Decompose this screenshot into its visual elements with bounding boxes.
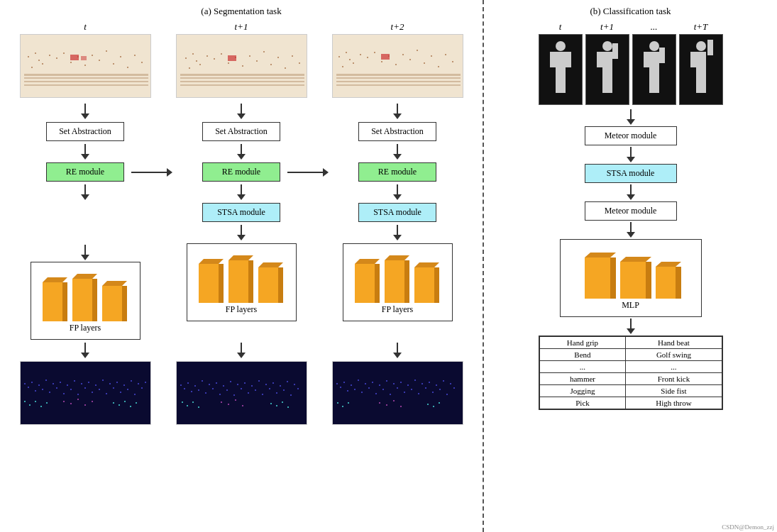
svg-rect-165 [216, 382, 217, 384]
svg-rect-27 [185, 57, 187, 59]
svg-rect-172 [241, 388, 242, 389]
svg-rect-52 [338, 56, 340, 57]
svg-rect-71 [336, 74, 461, 76]
svg-rect-245 [439, 402, 440, 404]
svg-rect-247 [556, 52, 566, 73]
svg-rect-84 [122, 286, 127, 321]
svg-rect-12 [92, 55, 93, 56]
cls-time-1: t+1 [585, 21, 629, 33]
svg-rect-94 [355, 264, 375, 303]
arrow-0 [81, 104, 89, 119]
table-row: Pick High throw [539, 397, 722, 409]
svg-rect-46 [180, 74, 304, 76]
svg-rect-9 [70, 62, 72, 63]
svg-rect-49 [180, 84, 304, 86]
svg-rect-67 [431, 55, 432, 57]
svg-rect-193 [182, 401, 183, 403]
meteor-module-1: Meteor module [585, 126, 677, 145]
svg-marker-274 [620, 257, 651, 262]
svg-rect-149 [113, 402, 114, 404]
svg-rect-147 [40, 406, 42, 407]
table-cell: ... [539, 361, 626, 373]
svg-rect-85 [199, 264, 219, 303]
table-row: Jogging Side fist [539, 385, 722, 397]
table-cell: ... [626, 361, 722, 373]
svg-rect-41 [270, 64, 272, 65]
svg-marker-92 [258, 262, 283, 267]
meteor-module-2: Meteor module [585, 201, 677, 221]
svg-rect-188 [297, 388, 299, 389]
svg-rect-170 [233, 394, 235, 396]
svg-rect-177 [258, 380, 260, 382]
svg-rect-81 [92, 279, 97, 321]
svg-rect-37 [242, 65, 243, 67]
svg-rect-102 [434, 267, 439, 303]
svg-rect-132 [123, 384, 125, 386]
table-row: Bend Golf swing [539, 349, 722, 361]
svg-rect-55 [342, 66, 343, 67]
svg-rect-254 [597, 52, 602, 67]
table-row: hammer Front kick [539, 373, 722, 385]
svg-rect-111 [49, 392, 50, 393]
svg-rect-257 [607, 73, 612, 93]
svg-rect-275 [646, 262, 651, 299]
svg-rect-58 [367, 57, 368, 58]
svg-rect-184 [283, 389, 285, 391]
svg-rect-43 [285, 67, 286, 69]
svg-rect-233 [446, 394, 448, 395]
table-cell: High throw [626, 397, 722, 409]
svg-rect-237 [386, 404, 387, 406]
svg-rect-30 [189, 67, 190, 69]
svg-rect-231 [439, 389, 441, 390]
svg-rect-241 [342, 406, 343, 407]
svg-rect-103 [21, 362, 151, 425]
svg-rect-22 [24, 81, 148, 82]
svg-rect-129 [113, 387, 114, 389]
svg-rect-48 [180, 81, 304, 82]
re-arrow-1-2 [287, 168, 329, 177]
svg-rect-133 [127, 389, 128, 390]
re-module-2: RE module [358, 162, 436, 182]
svg-rect-47 [180, 77, 304, 79]
svg-rect-23 [24, 84, 148, 86]
svg-rect-19 [141, 62, 143, 63]
svg-rect-228 [429, 382, 430, 383]
svg-rect-54 [353, 62, 354, 64]
fp-label-1: FP layers [226, 304, 258, 315]
svg-rect-82 [102, 286, 122, 321]
point-cloud-0 [20, 34, 151, 98]
set-abstraction-0: Set Abstraction [46, 122, 124, 141]
svg-rect-57 [360, 54, 361, 55]
mlp-label: MLP [622, 300, 639, 311]
svg-rect-135 [134, 394, 136, 395]
svg-rect-262 [649, 73, 654, 93]
svg-rect-11 [84, 65, 86, 66]
svg-rect-219 [397, 387, 398, 389]
svg-marker-77 [43, 277, 67, 282]
svg-marker-271 [585, 253, 616, 257]
svg-rect-207 [354, 389, 356, 390]
svg-rect-232 [443, 380, 444, 382]
svg-point-264 [696, 41, 706, 51]
svg-rect-20 [24, 74, 148, 76]
svg-rect-251 [561, 73, 566, 93]
point-cloud-2 [332, 34, 463, 98]
svg-rect-186 [290, 394, 292, 396]
svg-rect-244 [433, 406, 434, 407]
svg-rect-278 [676, 267, 681, 299]
svg-rect-155 [180, 384, 182, 386]
svg-rect-163 [209, 384, 210, 385]
svg-rect-211 [368, 387, 370, 389]
svg-rect-119 [77, 394, 79, 395]
svg-rect-122 [88, 382, 89, 383]
svg-rect-191 [235, 399, 236, 401]
svg-rect-106 [31, 382, 33, 383]
svg-rect-42 [277, 57, 279, 58]
svg-rect-56 [349, 59, 351, 60]
svg-rect-156 [184, 388, 185, 389]
svg-rect-160 [198, 389, 199, 391]
svg-rect-249 [566, 52, 571, 67]
svg-point-246 [556, 41, 566, 51]
svg-rect-263 [654, 73, 659, 93]
svg-rect-33 [214, 58, 215, 60]
